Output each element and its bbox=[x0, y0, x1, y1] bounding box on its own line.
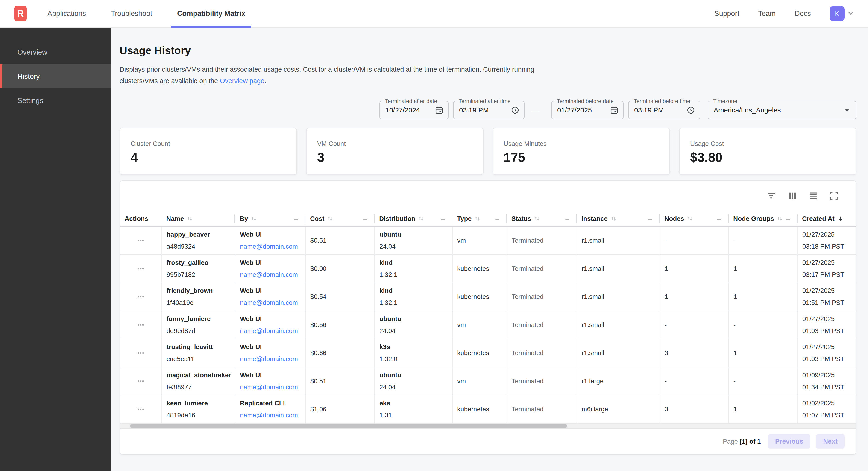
cell-line-2: de9ed87d bbox=[166, 325, 231, 337]
filter-field-terminated-before-date[interactable]: Terminated before date01/27/2025 bbox=[551, 101, 624, 119]
filter-field-value[interactable]: America/Los_Angeles bbox=[714, 106, 843, 114]
drag-handle-icon[interactable] bbox=[716, 215, 723, 222]
email-link[interactable]: name@domain.com bbox=[240, 355, 298, 362]
clock-icon[interactable] bbox=[686, 106, 695, 115]
row-actions-button[interactable] bbox=[135, 404, 146, 415]
row-actions-button[interactable] bbox=[135, 376, 146, 386]
row-actions-button[interactable] bbox=[135, 348, 146, 358]
avatar[interactable]: K bbox=[830, 6, 844, 21]
chevron-down-icon[interactable] bbox=[847, 9, 855, 18]
next-page-button[interactable]: Next bbox=[816, 434, 844, 449]
column-header-cost[interactable]: Cost bbox=[306, 211, 375, 227]
filter-field-timezone[interactable]: TimezoneAmerica/Los_Angeles bbox=[708, 101, 857, 119]
calendar-icon[interactable] bbox=[435, 106, 443, 115]
column-label: Type bbox=[457, 215, 471, 223]
clock-icon[interactable] bbox=[511, 106, 520, 115]
cell-distribution: ubuntu24.04 bbox=[375, 227, 453, 255]
row-actions-button[interactable] bbox=[135, 292, 146, 302]
cell-node-groups: 1 bbox=[728, 255, 798, 283]
cell-name: trusting_leavittcae5ea11 bbox=[162, 339, 235, 367]
status-badge: Terminated bbox=[512, 406, 544, 413]
sidebar-item-overview[interactable]: Overview bbox=[0, 40, 111, 64]
filter-field-terminated-after-date[interactable]: Terminated after date10/27/2024 bbox=[379, 101, 448, 119]
drag-handle-icon[interactable] bbox=[439, 215, 446, 222]
drag-handle-icon[interactable] bbox=[785, 215, 792, 222]
drag-handle-icon[interactable] bbox=[564, 215, 571, 222]
column-header-type[interactable]: Type bbox=[453, 211, 507, 227]
cell-cost: $0.56 bbox=[306, 311, 375, 339]
cell-line-2: name@domain.com bbox=[240, 381, 301, 393]
cell-line-2: 1f40a19e bbox=[166, 297, 231, 309]
row-actions-button[interactable] bbox=[135, 263, 146, 274]
nav-link-docs[interactable]: Docs bbox=[795, 9, 811, 18]
column-header-node_groups[interactable]: Node Groups bbox=[728, 211, 798, 227]
cell-line-1: Web UI bbox=[240, 341, 301, 353]
cell-created-at: 01/27/202501:03 PM PST bbox=[798, 311, 857, 339]
filter-field-terminated-after-time[interactable]: Terminated after time03:19 PM bbox=[453, 101, 525, 119]
replicated-logo[interactable]: R bbox=[14, 6, 27, 22]
filter-field-terminated-before-time[interactable]: Terminated before time03:19 PM bbox=[628, 101, 700, 119]
cell-name: frosty_galileo995b7182 bbox=[162, 255, 235, 283]
cell-status: Terminated bbox=[507, 255, 577, 283]
nav-tab-troubleshoot[interactable]: Troubleshoot bbox=[105, 0, 158, 27]
nav-link-team[interactable]: Team bbox=[758, 9, 776, 18]
fullscreen-button[interactable] bbox=[829, 191, 839, 201]
drag-handle-icon[interactable] bbox=[647, 215, 654, 222]
stat-value: 3 bbox=[317, 150, 472, 165]
account-menu[interactable]: K bbox=[830, 6, 855, 21]
overview-page-link[interactable]: Overview page bbox=[220, 77, 264, 85]
columns-button[interactable] bbox=[787, 191, 798, 201]
filter-field-value[interactable]: 03:19 PM bbox=[634, 106, 686, 114]
column-label: Created At bbox=[802, 215, 835, 223]
email-link[interactable]: name@domain.com bbox=[240, 412, 298, 419]
email-link[interactable]: name@domain.com bbox=[240, 243, 298, 250]
stat-label: Cluster Count bbox=[131, 140, 286, 147]
cell-line-2: cae5ea11 bbox=[166, 353, 231, 365]
cell-line-2: 01:03 PM PST bbox=[802, 325, 857, 337]
column-header-content: Actions bbox=[125, 215, 162, 223]
cell-line-1: trusting_leavitt bbox=[166, 341, 231, 353]
filter-field-value[interactable]: 10/27/2024 bbox=[385, 106, 435, 114]
row-actions-button[interactable] bbox=[135, 320, 146, 330]
column-header-name[interactable]: Name bbox=[162, 211, 235, 227]
sidebar-item-history[interactable]: History bbox=[0, 64, 111, 88]
density-button[interactable] bbox=[808, 191, 818, 201]
status-badge: Terminated bbox=[512, 237, 544, 244]
cell-line-1: friendly_brown bbox=[166, 285, 231, 297]
sidebar-item-settings[interactable]: Settings bbox=[0, 88, 111, 113]
nav-tab-applications[interactable]: Applications bbox=[41, 0, 92, 27]
dropdown-arrow-icon[interactable] bbox=[843, 106, 851, 115]
email-link[interactable]: name@domain.com bbox=[240, 299, 298, 306]
cell-nodes: - bbox=[660, 227, 728, 255]
calendar-icon[interactable] bbox=[610, 106, 619, 115]
column-header-nodes[interactable]: Nodes bbox=[660, 211, 728, 227]
row-actions-button[interactable] bbox=[135, 235, 146, 246]
column-header-created_at[interactable]: Created At bbox=[798, 211, 857, 227]
table-row: frosty_galileo995b7182Web UIname@domain.… bbox=[120, 255, 857, 283]
filter-field-value[interactable]: 03:19 PM bbox=[459, 106, 511, 114]
email-link[interactable]: name@domain.com bbox=[240, 271, 298, 278]
column-header-instance[interactable]: Instance bbox=[577, 211, 660, 227]
nav-link-support[interactable]: Support bbox=[714, 9, 740, 18]
drag-handle-icon[interactable] bbox=[494, 215, 501, 222]
stat-card-cluster-count: Cluster Count4 bbox=[120, 128, 297, 175]
drag-handle-icon[interactable] bbox=[362, 215, 369, 222]
page-indicator: Page [1] of 1 bbox=[723, 438, 761, 445]
cell-distribution: eks1.31 bbox=[375, 395, 453, 423]
column-header-distribution[interactable]: Distribution bbox=[375, 211, 453, 227]
cell-type: vm bbox=[453, 311, 507, 339]
cell-line-1: ubuntu bbox=[379, 229, 448, 241]
column-header-status[interactable]: Status bbox=[507, 211, 577, 227]
horizontal-scrollbar-thumb[interactable] bbox=[130, 424, 567, 428]
drag-handle-icon[interactable] bbox=[292, 215, 300, 222]
filter-field-value[interactable]: 01/27/2025 bbox=[557, 106, 610, 114]
filter-button[interactable] bbox=[767, 191, 777, 201]
column-header-by[interactable]: By bbox=[235, 211, 306, 227]
email-link[interactable]: name@domain.com bbox=[240, 327, 298, 334]
cell-by: Web UIname@domain.com bbox=[235, 311, 306, 339]
previous-page-button[interactable]: Previous bbox=[768, 434, 810, 449]
nav-tab-compatibility-matrix[interactable]: Compatibility Matrix bbox=[171, 0, 251, 27]
cell-line-2: 1.32.0 bbox=[379, 353, 448, 365]
cell-distribution: ubuntu24.04 bbox=[375, 367, 453, 395]
email-link[interactable]: name@domain.com bbox=[240, 383, 298, 390]
